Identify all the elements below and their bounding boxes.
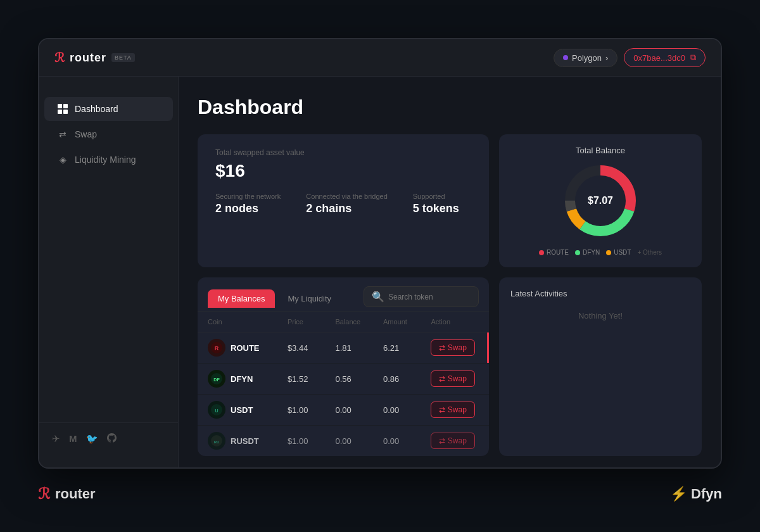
legend-route: ROUTE [539,249,569,256]
token-table-card: My Balances My Liquidity 🔍 Coin Price [198,277,489,456]
search-input[interactable] [388,293,471,301]
coin-cell-dfyn: DF DFYN [208,370,288,388]
col-coin: Coin [208,318,288,326]
stats-card: Total swapped asset value $16 Securing t… [198,134,489,267]
sidebar-item-liquidity[interactable]: ◈ Liquidity Mining [44,148,173,172]
coin-cell-rusdt: RU RUSDT [208,432,288,450]
sidebar-item-dashboard[interactable]: Dashboard [44,97,173,121]
sidebar-item-swap[interactable]: ⇄ Swap [44,122,173,146]
table-row: DF DFYN $1.52 0.56 0.86 ⇄ Swap [198,364,489,395]
stats-row: Total swapped asset value $16 Securing t… [198,134,702,267]
laptop-frame: ℛ router BETA Polygon › 0x7bae...3dc0 ⧉ [38,38,722,469]
drop-icon: ◈ [57,154,68,165]
logo-text: router [70,51,106,65]
logo-icon: ℛ [54,50,65,65]
chains-label: Connected via the bridged [306,193,387,200]
svg-rect-3 [63,110,68,114]
dfyn-label: DFYN [583,249,600,256]
sidebar-socials: ✈ M 🐦 [39,422,178,455]
svg-text:DF: DF [213,377,220,382]
action-route: ⇄ Swap [431,339,479,356]
search-icon: 🔍 [372,291,384,303]
amount-dfyn: 0.86 [383,374,431,384]
tokens-label: Supported [413,193,459,200]
total-swapped-value: $16 [215,161,471,181]
nodes-stat: Securing the network 2 nodes [215,193,281,215]
search-box[interactable]: 🔍 [364,286,479,307]
svg-rect-2 [58,110,62,114]
copy-icon: ⧉ [690,53,696,63]
table-row: U USDT $1.00 0.00 0.00 ⇄ Swap [198,395,489,426]
others-label: + Others [637,249,662,256]
activities-card: Latest Activities Nothing Yet! [499,277,702,456]
tab-group: My Balances My Liquidity [208,289,341,308]
svg-text:U: U [215,408,218,413]
action-rusdt: ⇄ Swap [431,433,479,449]
wallet-button[interactable]: 0x7bae...3dc0 ⧉ [624,48,706,67]
network-dot [563,55,568,60]
grid-icon [57,103,68,115]
tab-my-liquidity[interactable]: My Liquidity [277,289,341,308]
bottom-router-logo: ℛ router [38,485,96,503]
usdt-label: USDT [614,249,631,256]
action-usdt: ⇄ Swap [431,402,479,418]
tokens-stat: Supported 5 tokens [413,193,459,215]
stats-sub-row: Securing the network 2 nodes Connected v… [215,193,471,215]
amount-rusdt: 0.00 [383,436,431,446]
medium-icon[interactable]: M [69,433,77,445]
telegram-icon[interactable]: ✈ [52,433,60,445]
route-label: ROUTE [547,249,569,256]
tab-my-balances[interactable]: My Balances [208,289,275,308]
sidebar-nav: Dashboard ⇄ Swap ◈ Liquidity Mining [39,89,178,422]
table-tabs-bar: My Balances My Liquidity 🔍 [198,277,489,312]
coin-cell-route: R ROUTE [208,339,288,357]
sidebar-item-label: Swap [75,129,97,139]
coin-name-dfyn: DFYN [231,374,253,384]
balance-card: Total Balance [499,134,702,267]
network-label: Polygon [572,53,602,63]
bottom-router-label: router [55,486,96,502]
swap-button-rusdt[interactable]: ⇄ Swap [431,433,474,449]
balance-route: 1.81 [335,343,383,353]
github-icon[interactable] [107,433,117,445]
balance-usdt: 0.00 [335,405,383,415]
balance-title: Total Balance [576,146,625,155]
app-container: ℛ router BETA Polygon › 0x7bae...3dc0 ⧉ [39,39,721,467]
legend-usdt: USDT [606,249,631,256]
nothing-yet-label: Nothing Yet! [510,311,690,320]
donut-chart: $7.07 [562,163,638,239]
twitter-icon[interactable]: 🐦 [86,433,98,445]
topnav: ℛ router BETA Polygon › 0x7bae...3dc0 ⧉ [39,39,721,77]
action-dfyn: ⇄ Swap [431,370,479,387]
svg-text:RU: RU [214,440,220,444]
col-balance: Balance [335,318,383,326]
svg-text:R: R [215,345,219,352]
activities-title: Latest Activities [510,289,690,298]
coin-name-usdt: USDT [231,405,253,415]
dfyn-coin-icon: DF [208,370,225,388]
table-row: R ROUTE $3.44 1.81 6.21 ⇄ Swap [198,332,489,364]
nodes-label: Securing the network [215,193,281,200]
swap-button-route[interactable]: ⇄ Swap [431,339,474,356]
amount-usdt: 0.00 [383,405,431,415]
swap-button-dfyn[interactable]: ⇄ Swap [431,370,474,387]
beta-badge: BETA [111,53,135,62]
nav-right: Polygon › 0x7bae...3dc0 ⧉ [554,48,706,67]
bottom-dfyn-label: Dfyn [691,486,722,502]
logo-area: ℛ router BETA [54,50,135,65]
chains-stat: Connected via the bridged 2 chains [306,193,387,215]
wallet-address: 0x7bae...3dc0 [633,53,685,63]
svg-rect-1 [63,104,68,108]
swap-icon: ⇄ [57,129,68,140]
price-route: $3.44 [288,343,336,353]
swap-button-usdt[interactable]: ⇄ Swap [431,402,474,418]
col-amount: Amount [383,318,431,326]
page-content: Dashboard Total swapped asset value $16 … [179,77,721,467]
nodes-value: 2 nodes [215,202,281,215]
sidebar-item-label: Liquidity Mining [75,155,136,165]
donut-legend: ROUTE DFYN USDT + Others [539,249,662,256]
coin-name-route: ROUTE [231,343,260,353]
legend-dfyn: DFYN [575,249,600,256]
network-button[interactable]: Polygon › [554,49,618,67]
coin-cell-usdt: U USDT [208,401,288,419]
